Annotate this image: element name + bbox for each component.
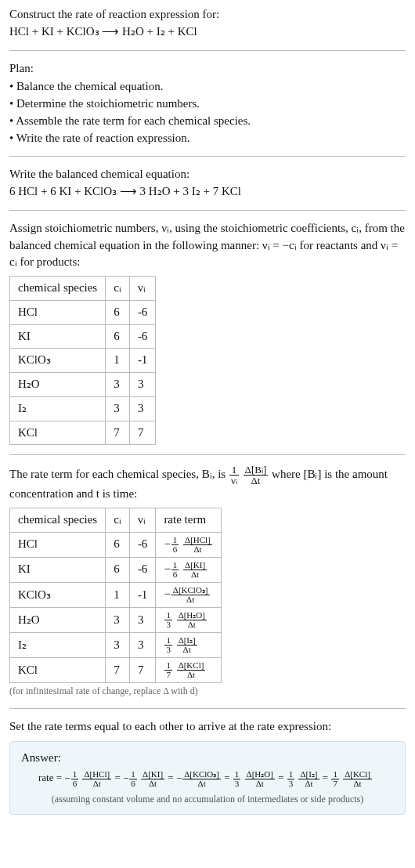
fraction: 17	[331, 770, 339, 788]
col-rate-term: rate term	[156, 508, 221, 533]
table-row: KClO₃1-1−Δ[KClO₃]Δt	[10, 582, 222, 607]
frac-den: 7	[331, 779, 339, 788]
answer-box: Answer: rate = −16 Δ[HCl]Δt = −16 Δ[KI]Δ…	[9, 741, 406, 815]
rate-term: −16 Δ[HCl]Δt	[64, 772, 112, 784]
frac-den: Δt	[171, 595, 210, 604]
frac-den: Δt	[244, 476, 269, 486]
fraction: Δ[KI]Δt	[183, 561, 207, 579]
table-row: HCl6-6−16 Δ[HCl]Δt	[10, 532, 222, 557]
frac-den: Δt	[245, 779, 275, 788]
cell-vi: -6	[129, 300, 156, 324]
cell-ci: 7	[106, 421, 130, 445]
stoich-section: Assign stoichiometric numbers, νᵢ, using…	[9, 220, 406, 446]
intro-title: Construct the rate of reaction expressio…	[9, 6, 406, 24]
fraction: Δ[I₂]Δt	[177, 636, 197, 654]
cell-vi: 3	[129, 373, 156, 397]
rate-term-section: The rate term for each chemical species,…	[9, 465, 406, 698]
rate-term: −16 Δ[KI]Δt	[123, 772, 165, 784]
frac-den: 6	[171, 545, 179, 554]
plan-item: Assemble the rate term for each chemical…	[9, 113, 406, 130]
cell-ci: 3	[106, 373, 130, 397]
stoich-text: Assign stoichiometric numbers, νᵢ, using…	[9, 220, 406, 271]
sign: −	[64, 772, 70, 784]
frac-num: Δ[HCl]	[183, 536, 212, 545]
cell-rate-term: −16 Δ[KI]Δt	[156, 557, 221, 582]
rate-term: −Δ[KClO₃]Δt	[164, 588, 210, 600]
cell-species: KCl	[10, 421, 106, 445]
sign: −	[164, 588, 170, 600]
answer-expression: rate = −16 Δ[HCl]Δt = −16 Δ[KI]Δt = −Δ[K…	[21, 770, 394, 788]
col-ci: cᵢ	[106, 508, 130, 533]
fraction: 13	[233, 770, 241, 788]
frac-num: Δ[Bᵢ]	[244, 465, 269, 476]
fraction: Δ[KCl]Δt	[177, 661, 206, 679]
cell-vi: -1	[129, 349, 156, 373]
cell-ci: 7	[106, 658, 130, 683]
frac-den: Δt	[183, 545, 212, 554]
cell-vi: -1	[129, 582, 156, 607]
fraction: 13	[287, 770, 295, 788]
divider	[9, 210, 406, 211]
rate-term: −16 Δ[KI]Δt	[164, 562, 208, 575]
frac-den: Δt	[343, 779, 372, 788]
table-row: H₂O33	[10, 373, 156, 397]
fraction: 16	[71, 770, 79, 788]
sign: −	[164, 562, 170, 575]
plan-item: Write the rate of reaction expression.	[9, 130, 406, 147]
cell-ci: 3	[106, 607, 130, 632]
rate-term: 13 Δ[I₂]Δt	[287, 772, 320, 784]
col-ci: cᵢ	[106, 277, 130, 301]
cell-species: KClO₃	[10, 349, 106, 373]
table-note: (for infinitesimal rate of change, repla…	[9, 685, 406, 698]
final-heading: Set the rate terms equal to each other t…	[9, 718, 406, 736]
fraction: Δ[I₂]Δt	[298, 770, 319, 788]
frac-den: Δt	[182, 779, 221, 788]
cell-ci: 1	[106, 582, 130, 607]
divider	[9, 454, 406, 455]
intro: Construct the rate of reaction expressio…	[9, 6, 406, 41]
frac-den: Δt	[141, 779, 164, 788]
cell-vi: -6	[129, 557, 156, 582]
plan-section: Plan: Balance the chemical equation. Det…	[9, 60, 406, 147]
frac-den: 3	[287, 779, 295, 788]
plan-heading: Plan:	[9, 60, 406, 78]
cell-species: KI	[10, 324, 106, 349]
frac-den: νᵢ	[229, 476, 239, 486]
fraction: Δ[H₂O]Δt	[177, 611, 207, 629]
delta-bi-over-dt: Δ[Bᵢ] Δt	[244, 465, 269, 486]
cell-vi: 7	[129, 421, 156, 445]
cell-rate-term: 13 Δ[H₂O]Δt	[156, 607, 221, 632]
answer-note: (assuming constant volume and no accumul…	[21, 793, 394, 806]
rate-term: −16 Δ[HCl]Δt	[164, 537, 212, 550]
frac-den: Δt	[298, 779, 319, 788]
rate-prefix: rate =	[38, 772, 64, 784]
cell-vi: 3	[129, 396, 156, 421]
table-row: I₂3313 Δ[I₂]Δt	[10, 633, 222, 658]
cell-ci: 6	[106, 532, 130, 557]
table-header-row: chemical species cᵢ νᵢ	[10, 277, 156, 301]
balanced-section: Write the balanced chemical equation: 6 …	[9, 166, 406, 201]
col-vi: νᵢ	[129, 508, 156, 533]
frac-den: 3	[164, 646, 172, 654]
table-row: H₂O3313 Δ[H₂O]Δt	[10, 607, 222, 632]
frac-den: 7	[164, 671, 172, 679]
cell-ci: 1	[106, 349, 130, 373]
sign: −	[176, 772, 182, 784]
cell-species: HCl	[10, 532, 106, 557]
table-row: KI6-6	[10, 324, 156, 349]
cell-vi: 3	[129, 633, 156, 658]
divider	[9, 156, 406, 157]
cell-species: KI	[10, 557, 106, 582]
divider	[9, 708, 406, 709]
frac-den: Δt	[177, 671, 206, 679]
frac-num: 1	[229, 465, 239, 476]
cell-ci: 6	[106, 300, 130, 324]
frac-den: Δt	[82, 779, 111, 788]
stoich-table: chemical species cᵢ νᵢ HCl6-6KI6-6KClO₃1…	[9, 276, 156, 445]
generic-rate-term: 1 νᵢ Δ[Bᵢ] Δt	[229, 468, 272, 480]
divider	[9, 50, 406, 51]
rate-term: 17 Δ[KCl]Δt	[330, 772, 373, 784]
frac-den: 6	[171, 570, 179, 579]
cell-species: H₂O	[10, 373, 106, 397]
rate-term: 13 Δ[H₂O]Δt	[164, 613, 208, 625]
